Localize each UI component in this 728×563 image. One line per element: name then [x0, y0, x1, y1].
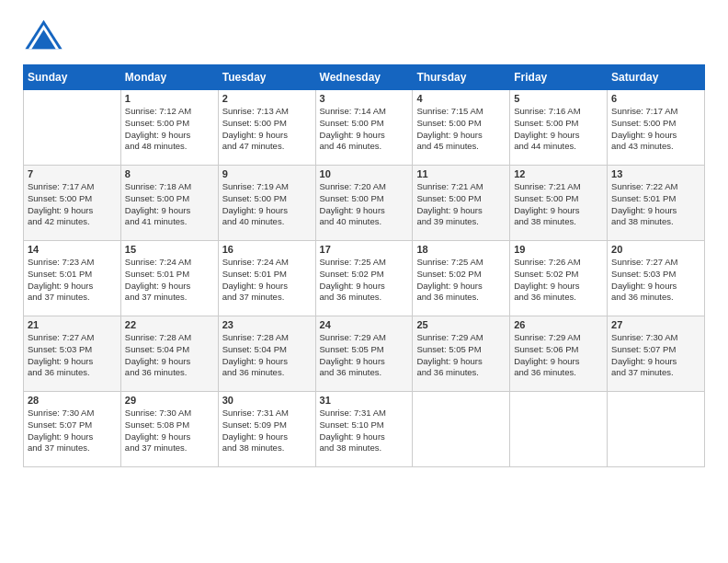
day-info: Sunrise: 7:29 AMSunset: 5:05 PMDaylight:…	[416, 332, 506, 379]
day-info: Sunrise: 7:31 AMSunset: 5:09 PMDaylight:…	[222, 408, 312, 454]
day-number: 2	[222, 93, 312, 104]
calendar-cell: 24Sunrise: 7:29 AMSunset: 5:05 PMDayligh…	[315, 316, 413, 392]
calendar-table: SundayMondayTuesdayWednesdayThursdayFrid…	[23, 64, 705, 467]
day-info: Sunrise: 7:16 AMSunset: 5:00 PMDaylight:…	[514, 106, 603, 153]
header-day-sunday: Sunday	[24, 65, 121, 90]
day-number: 10	[320, 168, 409, 179]
day-info: Sunrise: 7:22 AMSunset: 5:01 PMDaylight:…	[611, 181, 700, 228]
day-info: Sunrise: 7:25 AMSunset: 5:02 PMDaylight:…	[416, 257, 506, 304]
day-info: Sunrise: 7:21 AMSunset: 5:00 PMDaylight:…	[416, 181, 506, 228]
day-number: 19	[514, 244, 603, 255]
calendar-cell: 2Sunrise: 7:13 AMSunset: 5:00 PMDaylight…	[218, 90, 315, 166]
day-number: 29	[125, 395, 214, 406]
day-info: Sunrise: 7:26 AMSunset: 5:02 PMDaylight:…	[514, 257, 603, 304]
day-info: Sunrise: 7:13 AMSunset: 5:00 PMDaylight:…	[222, 106, 312, 153]
header-row: SundayMondayTuesdayWednesdayThursdayFrid…	[24, 65, 705, 90]
day-info: Sunrise: 7:14 AMSunset: 5:00 PMDaylight:…	[320, 106, 409, 153]
day-number: 11	[416, 168, 506, 179]
day-number: 18	[416, 244, 506, 255]
day-info: Sunrise: 7:12 AMSunset: 5:00 PMDaylight:…	[125, 106, 214, 153]
day-info: Sunrise: 7:27 AMSunset: 5:03 PMDaylight:…	[28, 332, 117, 379]
day-info: Sunrise: 7:24 AMSunset: 5:01 PMDaylight:…	[125, 257, 214, 304]
calendar-cell: 20Sunrise: 7:27 AMSunset: 5:03 PMDayligh…	[608, 241, 705, 316]
week-row-2: 7Sunrise: 7:17 AMSunset: 5:00 PMDaylight…	[24, 166, 705, 241]
day-info: Sunrise: 7:18 AMSunset: 5:00 PMDaylight:…	[125, 181, 214, 228]
week-row-3: 14Sunrise: 7:23 AMSunset: 5:01 PMDayligh…	[24, 241, 705, 316]
day-number: 17	[320, 244, 409, 255]
day-number: 28	[28, 395, 117, 406]
day-number: 1	[125, 93, 214, 104]
day-number: 6	[611, 93, 700, 104]
day-number: 16	[222, 244, 312, 255]
calendar-cell	[608, 392, 705, 467]
day-number: 9	[222, 168, 312, 179]
day-number: 7	[28, 168, 117, 179]
day-number: 30	[222, 395, 312, 406]
day-number: 14	[28, 244, 117, 255]
calendar-cell: 10Sunrise: 7:20 AMSunset: 5:00 PMDayligh…	[315, 166, 413, 241]
day-number: 23	[222, 319, 312, 330]
day-number: 20	[611, 244, 700, 255]
calendar-cell: 22Sunrise: 7:28 AMSunset: 5:04 PMDayligh…	[120, 316, 218, 392]
header-day-thursday: Thursday	[413, 65, 510, 90]
header-day-saturday: Saturday	[608, 65, 705, 90]
logo-icon	[23, 18, 64, 51]
day-info: Sunrise: 7:19 AMSunset: 5:00 PMDaylight:…	[222, 181, 312, 228]
day-info: Sunrise: 7:25 AMSunset: 5:02 PMDaylight:…	[320, 257, 409, 304]
day-number: 13	[611, 168, 700, 179]
day-info: Sunrise: 7:20 AMSunset: 5:00 PMDaylight:…	[320, 181, 409, 228]
week-row-1: 1Sunrise: 7:12 AMSunset: 5:00 PMDaylight…	[24, 90, 705, 166]
header-day-friday: Friday	[510, 65, 608, 90]
calendar-cell: 12Sunrise: 7:21 AMSunset: 5:00 PMDayligh…	[510, 166, 608, 241]
week-row-4: 21Sunrise: 7:27 AMSunset: 5:03 PMDayligh…	[24, 316, 705, 392]
day-info: Sunrise: 7:31 AMSunset: 5:10 PMDaylight:…	[320, 408, 409, 454]
day-info: Sunrise: 7:24 AMSunset: 5:01 PMDaylight:…	[222, 257, 312, 304]
day-info: Sunrise: 7:21 AMSunset: 5:00 PMDaylight:…	[514, 181, 603, 228]
day-info: Sunrise: 7:30 AMSunset: 5:07 PMDaylight:…	[611, 332, 700, 379]
day-number: 31	[320, 395, 409, 406]
page-header	[23, 18, 705, 51]
calendar-body: 1Sunrise: 7:12 AMSunset: 5:00 PMDaylight…	[24, 90, 705, 467]
calendar-cell: 18Sunrise: 7:25 AMSunset: 5:02 PMDayligh…	[413, 241, 510, 316]
calendar-cell: 16Sunrise: 7:24 AMSunset: 5:01 PMDayligh…	[218, 241, 315, 316]
day-number: 27	[611, 319, 700, 330]
day-number: 22	[125, 319, 214, 330]
calendar-cell: 13Sunrise: 7:22 AMSunset: 5:01 PMDayligh…	[608, 166, 705, 241]
day-number: 8	[125, 168, 214, 179]
header-day-tuesday: Tuesday	[218, 65, 315, 90]
calendar-cell: 3Sunrise: 7:14 AMSunset: 5:00 PMDaylight…	[315, 90, 413, 166]
header-day-wednesday: Wednesday	[315, 65, 413, 90]
day-info: Sunrise: 7:28 AMSunset: 5:04 PMDaylight:…	[222, 332, 312, 379]
calendar-cell: 23Sunrise: 7:28 AMSunset: 5:04 PMDayligh…	[218, 316, 315, 392]
calendar-cell: 15Sunrise: 7:24 AMSunset: 5:01 PMDayligh…	[120, 241, 218, 316]
calendar-cell: 25Sunrise: 7:29 AMSunset: 5:05 PMDayligh…	[413, 316, 510, 392]
calendar-cell: 29Sunrise: 7:30 AMSunset: 5:08 PMDayligh…	[120, 392, 218, 467]
calendar-cell: 1Sunrise: 7:12 AMSunset: 5:00 PMDaylight…	[120, 90, 218, 166]
day-number: 21	[28, 319, 117, 330]
day-number: 4	[416, 93, 506, 104]
calendar-cell	[510, 392, 608, 467]
calendar-cell: 27Sunrise: 7:30 AMSunset: 5:07 PMDayligh…	[608, 316, 705, 392]
calendar-cell	[24, 90, 121, 166]
calendar-cell: 28Sunrise: 7:30 AMSunset: 5:07 PMDayligh…	[24, 392, 121, 467]
day-number: 12	[514, 168, 603, 179]
calendar-cell	[413, 392, 510, 467]
calendar-cell: 19Sunrise: 7:26 AMSunset: 5:02 PMDayligh…	[510, 241, 608, 316]
calendar-cell: 11Sunrise: 7:21 AMSunset: 5:00 PMDayligh…	[413, 166, 510, 241]
day-info: Sunrise: 7:15 AMSunset: 5:00 PMDaylight:…	[416, 106, 506, 153]
calendar-cell: 30Sunrise: 7:31 AMSunset: 5:09 PMDayligh…	[218, 392, 315, 467]
calendar-cell: 4Sunrise: 7:15 AMSunset: 5:00 PMDaylight…	[413, 90, 510, 166]
calendar-cell: 26Sunrise: 7:29 AMSunset: 5:06 PMDayligh…	[510, 316, 608, 392]
day-info: Sunrise: 7:23 AMSunset: 5:01 PMDaylight:…	[28, 257, 117, 304]
calendar-header: SundayMondayTuesdayWednesdayThursdayFrid…	[24, 65, 705, 90]
calendar-cell: 21Sunrise: 7:27 AMSunset: 5:03 PMDayligh…	[24, 316, 121, 392]
header-day-monday: Monday	[120, 65, 218, 90]
day-number: 3	[320, 93, 409, 104]
week-row-5: 28Sunrise: 7:30 AMSunset: 5:07 PMDayligh…	[24, 392, 705, 467]
day-number: 15	[125, 244, 214, 255]
day-number: 25	[416, 319, 506, 330]
day-info: Sunrise: 7:30 AMSunset: 5:07 PMDaylight:…	[28, 408, 117, 454]
day-info: Sunrise: 7:17 AMSunset: 5:00 PMDaylight:…	[28, 181, 117, 228]
calendar-cell: 14Sunrise: 7:23 AMSunset: 5:01 PMDayligh…	[24, 241, 121, 316]
day-number: 5	[514, 93, 603, 104]
